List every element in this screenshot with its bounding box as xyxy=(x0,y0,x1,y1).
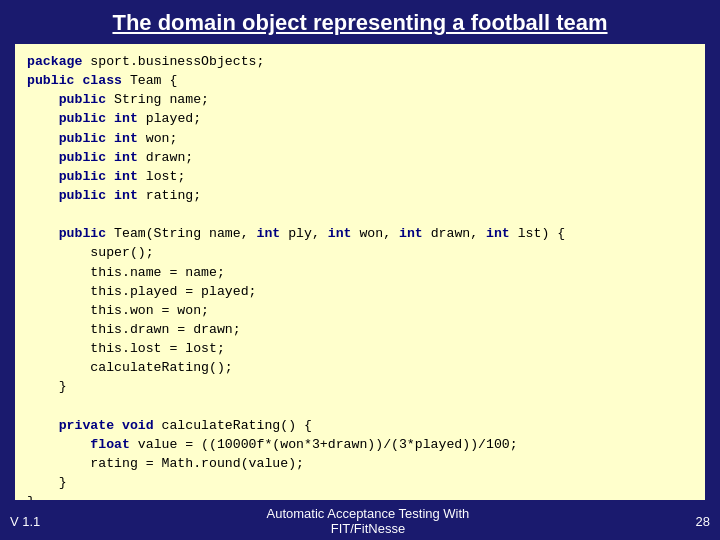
footer-center-line1: Automatic Acceptance Testing With xyxy=(267,506,470,521)
slide-title: The domain object representing a footbal… xyxy=(0,0,720,44)
code-block: package sport.businessObjects; public cl… xyxy=(15,44,705,500)
footer-center-line2: FIT/FitNesse xyxy=(331,521,405,536)
footer-page-number: 28 xyxy=(696,514,710,529)
footer-center: Automatic Acceptance Testing With FIT/Fi… xyxy=(40,506,695,536)
footer-version: V 1.1 xyxy=(10,514,40,529)
code-pre: package sport.businessObjects; public cl… xyxy=(27,52,693,500)
slide-footer: V 1.1 Automatic Acceptance Testing With … xyxy=(0,504,720,540)
